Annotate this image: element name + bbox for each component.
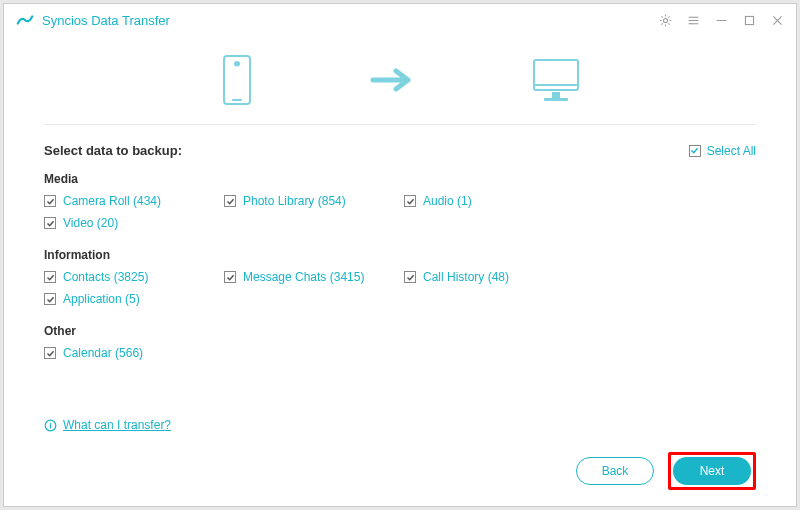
back-button[interactable]: Back [576, 457, 654, 485]
item-contacts[interactable]: Contacts (3825) [44, 270, 224, 284]
page-heading: Select data to backup: [44, 143, 182, 158]
close-icon[interactable] [770, 13, 784, 27]
checkbox-icon [44, 293, 56, 305]
select-all-label: Select All [707, 144, 756, 158]
svg-rect-16 [544, 98, 568, 101]
item-label: Camera Roll (434) [63, 194, 161, 208]
item-call-history[interactable]: Call History (48) [404, 270, 584, 284]
svg-rect-12 [232, 99, 242, 101]
checkbox-icon [44, 347, 56, 359]
app-window: Syncios Data Transfer [3, 3, 797, 507]
svg-point-0 [663, 18, 667, 22]
checkbox-icon [224, 271, 236, 283]
next-button-highlight: Next [668, 452, 756, 490]
checkbox-icon [44, 271, 56, 283]
minimize-icon[interactable] [714, 13, 728, 27]
next-button[interactable]: Next [673, 457, 751, 485]
item-label: Contacts (3825) [63, 270, 148, 284]
footer: What can I transfer? Back Next [4, 408, 796, 506]
content-area: Select data to backup: Select All Media … [4, 125, 796, 368]
svg-rect-5 [745, 16, 753, 24]
transfer-diagram [4, 36, 796, 124]
window-controls [658, 13, 784, 27]
item-label: Audio (1) [423, 194, 472, 208]
item-label: Message Chats (3415) [243, 270, 364, 284]
titlebar: Syncios Data Transfer [4, 4, 796, 36]
svg-point-11 [240, 62, 242, 64]
item-label: Calendar (566) [63, 346, 143, 360]
menu-icon[interactable] [686, 13, 700, 27]
checkbox-icon [404, 195, 416, 207]
checkbox-icon [44, 195, 56, 207]
checkbox-icon [404, 271, 416, 283]
select-all-checkbox[interactable]: Select All [689, 144, 756, 158]
item-video[interactable]: Video (20) [44, 216, 224, 230]
app-title: Syncios Data Transfer [42, 13, 170, 28]
group-title-other: Other [44, 324, 756, 338]
item-message-chats[interactable]: Message Chats (3415) [224, 270, 404, 284]
item-camera-roll[interactable]: Camera Roll (434) [44, 194, 224, 208]
gear-icon[interactable] [658, 13, 672, 27]
item-calendar[interactable]: Calendar (566) [44, 346, 224, 360]
item-label: Video (20) [63, 216, 118, 230]
svg-rect-15 [552, 92, 560, 98]
item-photo-library[interactable]: Photo Library (854) [224, 194, 404, 208]
arrow-right-icon [368, 65, 418, 95]
checkbox-icon [224, 195, 236, 207]
checkbox-icon [689, 145, 701, 157]
help-link[interactable]: What can I transfer? [44, 418, 756, 432]
item-label: Application (5) [63, 292, 140, 306]
group-title-media: Media [44, 172, 756, 186]
item-audio[interactable]: Audio (1) [404, 194, 584, 208]
maximize-icon[interactable] [742, 13, 756, 27]
item-application[interactable]: Application (5) [44, 292, 224, 306]
help-link-label: What can I transfer? [63, 418, 171, 432]
group-title-information: Information [44, 248, 756, 262]
svg-point-10 [232, 62, 234, 64]
checkbox-icon [44, 217, 56, 229]
item-label: Call History (48) [423, 270, 509, 284]
phone-icon [216, 54, 258, 106]
app-logo-icon [16, 11, 34, 29]
computer-icon [528, 56, 584, 104]
item-label: Photo Library (854) [243, 194, 346, 208]
